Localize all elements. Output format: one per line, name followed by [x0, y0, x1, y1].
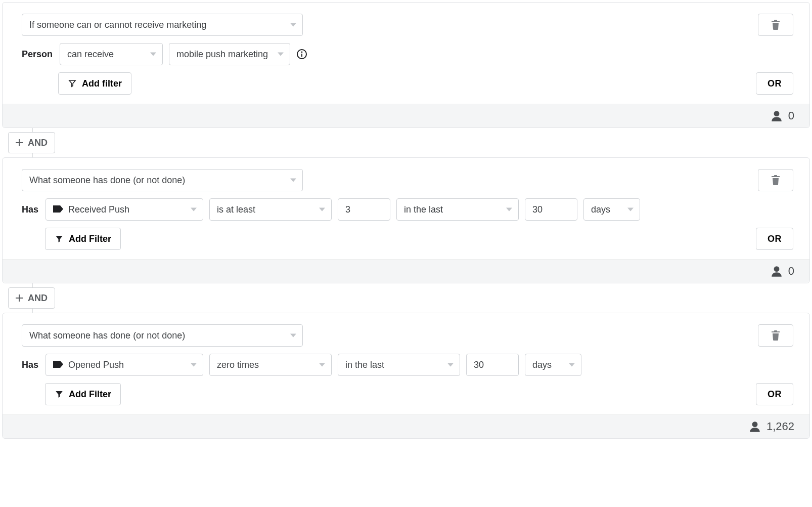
chevron-down-icon [290, 334, 296, 337]
condition-type-label: What someone has done (or not done) [29, 175, 185, 186]
tag-icon [53, 204, 63, 215]
segment-count: 1,262 [766, 420, 794, 433]
or-label: OR [768, 389, 782, 400]
time-unit-select[interactable]: days [583, 198, 640, 221]
add-filter-label: Add Filter [69, 234, 111, 244]
svg-point-5 [752, 421, 758, 427]
event-label: Received Push [68, 204, 129, 215]
comparator-label: is at least [217, 204, 255, 215]
comparator-select[interactable]: is at least [209, 198, 332, 221]
delete-button[interactable] [758, 169, 793, 191]
add-filter-button[interactable]: Add filter [58, 72, 131, 95]
can-receive-label: can receive [67, 49, 114, 60]
add-filter-button[interactable]: Add Filter [45, 228, 121, 250]
and-button[interactable]: AND [8, 287, 55, 309]
trash-icon [771, 330, 780, 341]
plus-icon [16, 139, 23, 146]
add-filter-button[interactable]: Add Filter [45, 383, 121, 405]
trash-icon [771, 175, 780, 185]
and-button[interactable]: AND [8, 132, 55, 153]
segment-footer: 1,262 [3, 414, 809, 438]
or-button[interactable]: OR [756, 72, 793, 95]
condition-type-label: If someone can or cannot receive marketi… [29, 20, 206, 30]
segment-block-2: What someone has done (or not done) Has … [2, 157, 810, 283]
info-icon[interactable] [296, 49, 307, 60]
time-unit-label: days [591, 204, 610, 215]
segment-footer: 0 [3, 259, 809, 283]
chevron-down-icon [569, 363, 575, 367]
count-input[interactable] [338, 198, 390, 221]
chevron-down-icon [447, 363, 454, 367]
condition-type-select[interactable]: If someone can or cannot receive marketi… [22, 14, 303, 36]
segment-count: 0 [788, 265, 794, 278]
and-label: AND [28, 138, 48, 148]
person-count-icon [770, 265, 783, 278]
timeframe-select[interactable]: in the last [396, 198, 519, 221]
add-filter-label: Add Filter [69, 389, 111, 400]
event-select[interactable]: Received Push [46, 198, 203, 221]
svg-rect-2 [301, 54, 302, 57]
and-connector: AND [2, 283, 810, 313]
chevron-down-icon [627, 208, 634, 212]
event-select[interactable]: Opened Push [46, 354, 203, 376]
segment-body: What someone has done (or not done) Has … [3, 158, 809, 259]
timeframe-label: in the last [345, 360, 384, 370]
filter-icon [55, 234, 64, 243]
person-count-icon [770, 109, 783, 122]
chevron-down-icon [191, 208, 197, 212]
channel-select[interactable]: mobile push marketing [169, 43, 290, 65]
time-unit-select[interactable]: days [525, 354, 581, 376]
time-unit-label: days [532, 360, 552, 370]
segment-block-1: If someone can or cannot receive marketi… [2, 2, 810, 128]
chevron-down-icon [290, 23, 296, 27]
chevron-down-icon [290, 179, 296, 182]
condition-type-select[interactable]: What someone has done (or not done) [22, 324, 303, 347]
trash-icon [771, 20, 780, 30]
comparator-select[interactable]: zero times [209, 354, 332, 376]
person-label: Person [22, 49, 53, 60]
time-value-input[interactable] [466, 354, 519, 376]
person-count-icon [748, 420, 761, 433]
timeframe-select[interactable]: in the last [338, 354, 460, 376]
segment-body: What someone has done (or not done) Has … [3, 313, 809, 414]
segment-footer: 0 [3, 104, 809, 128]
delete-button[interactable] [758, 324, 793, 347]
segment-count: 0 [788, 109, 794, 122]
filter-icon [68, 79, 77, 88]
chevron-down-icon [191, 363, 197, 367]
has-label: Has [22, 360, 38, 370]
svg-point-1 [301, 52, 303, 53]
chevron-down-icon [506, 208, 512, 212]
segment-body: If someone can or cannot receive marketi… [3, 3, 809, 104]
event-label: Opened Push [68, 360, 124, 370]
delete-button[interactable] [758, 14, 793, 36]
timeframe-label: in the last [404, 204, 443, 215]
has-label: Has [22, 204, 38, 215]
or-button[interactable]: OR [756, 228, 793, 250]
and-label: AND [28, 293, 48, 304]
comparator-label: zero times [217, 360, 259, 370]
channel-label: mobile push marketing [176, 49, 268, 60]
add-filter-label: Add filter [82, 78, 122, 89]
condition-type-select[interactable]: What someone has done (or not done) [22, 169, 303, 191]
chevron-down-icon [319, 363, 325, 367]
condition-type-label: What someone has done (or not done) [29, 330, 185, 341]
svg-point-3 [774, 111, 779, 116]
chevron-down-icon [278, 53, 284, 56]
chevron-down-icon [150, 53, 156, 56]
filter-icon [55, 390, 64, 399]
tag-icon [53, 360, 63, 370]
time-value-input[interactable] [525, 198, 577, 221]
can-receive-select[interactable]: can receive [60, 43, 163, 65]
segment-block-3: What someone has done (or not done) Has … [2, 313, 810, 439]
svg-point-4 [774, 266, 779, 272]
or-label: OR [768, 234, 782, 244]
chevron-down-icon [319, 208, 325, 212]
plus-icon [16, 294, 23, 302]
and-connector: AND [2, 128, 810, 157]
or-button[interactable]: OR [756, 383, 793, 405]
or-label: OR [768, 78, 782, 89]
